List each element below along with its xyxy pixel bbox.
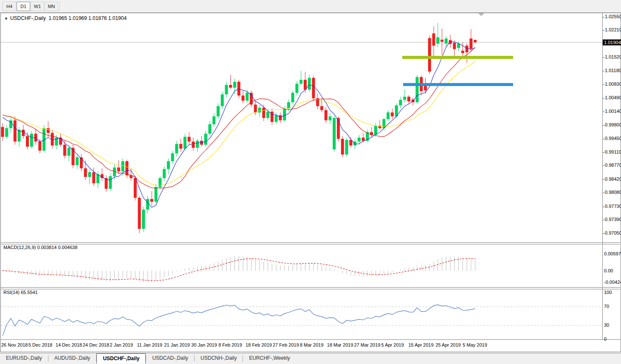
date-axis-label: 27 Feb 2019: [273, 342, 299, 347]
date-axis-label: 8 Feb 2019: [218, 342, 242, 347]
price-tick-mark: [603, 125, 604, 126]
chart-title: ▼USDCHF-,Daily 1.01965 1.01969 1.01876 1…: [4, 15, 127, 21]
price-tick-mark: [603, 71, 604, 71]
date-axis-label: 24 Dec 2018: [83, 342, 109, 347]
chart-tab-bar: EURUSD-,DailyAUDUSD-,DailyUSDCHF-,DailyU…: [0, 353, 621, 364]
tab-eurchf-weekly[interactable]: EURCHF-,Weekly: [243, 354, 296, 363]
price-tick-label: 0.98080: [605, 190, 621, 195]
tab-usdcnh-daily[interactable]: USDCNH-,Daily: [195, 354, 243, 363]
date-axis-label: 26 Nov 2018: [1, 342, 28, 347]
price-tick-mark: [603, 98, 604, 98]
date-axis-label: 21 Jan 2019: [164, 342, 190, 347]
date-axis-label: 14 Dec 2018: [56, 342, 82, 347]
date-axis-label: 25 Apr 2019: [435, 342, 460, 347]
macd-axis-label: 0.00: [604, 268, 613, 273]
rsi-axis-label: 0: [604, 336, 607, 342]
chevron-down-icon: ▼: [4, 17, 8, 21]
price-tick-label: 1.01520: [605, 54, 621, 59]
date-axis-label: 8 Mar 2019: [300, 342, 324, 347]
price-tick-label: 0.98420: [605, 176, 621, 182]
tab-usdcad-daily[interactable]: USDCAD-,Daily: [146, 354, 194, 363]
price-tick-label: 0.97390: [605, 217, 621, 222]
chart-symbol-label: USDCHF-,Daily: [10, 15, 46, 21]
price-tick-mark: [603, 112, 604, 112]
date-axis-label: 30 Jan 2019: [191, 342, 217, 347]
price-tick-label: 1.02210: [605, 27, 621, 32]
price-tick-label: 0.99800: [605, 122, 621, 127]
price-tick-mark: [603, 233, 604, 234]
price-tick-label: 0.97730: [605, 204, 621, 209]
price-tick-label: 1.00830: [605, 81, 621, 87]
price-tick-label: 1.00490: [605, 95, 621, 100]
rsi-axis-label: 30: [604, 322, 609, 328]
price-chart-canvas[interactable]: [0, 0, 621, 364]
rsi-name: RSI(14): [3, 290, 20, 295]
date-axis-label: 15 Apr 2019: [409, 342, 434, 347]
macd-axis-label: 0.00597: [604, 251, 621, 256]
price-axis-separator: [602, 13, 603, 340]
price-tick-mark: [603, 220, 604, 220]
macd-indicator-label: MACD(12,26,9) 0.003814 0.004638: [3, 245, 77, 250]
chart-shift-marker-icon: [478, 13, 484, 16]
date-axis-label: 5 Apr 2019: [381, 342, 404, 347]
panel-separator-rsi-dates: [1, 339, 620, 340]
price-tick-label: 1.02550: [605, 14, 621, 19]
chart-ohlc-values: 1.01965 1.01969 1.01876 1.01904: [49, 15, 127, 21]
tab-usdchf-daily[interactable]: USDCHF-,Daily: [96, 353, 146, 364]
price-tick-label: 0.99110: [605, 149, 621, 154]
rsi-axis-label: 100: [604, 290, 612, 295]
date-axis-label: 2 Jan 2019: [110, 342, 133, 347]
panel-separator-main-macd[interactable]: [1, 242, 620, 244]
price-tick-mark: [603, 84, 604, 85]
price-tick-label: 0.98770: [605, 162, 621, 168]
price-tick-mark: [603, 152, 604, 153]
price-tick-mark: [603, 207, 604, 207]
tab-audusd-daily[interactable]: AUDUSD-,Daily: [48, 354, 96, 363]
price-tick-label: 1.00140: [605, 109, 621, 114]
application-window: H4 D1 W1 MN ▼USDCHF-,Daily 1.01965 1.019…: [0, 0, 621, 364]
price-tick-label: 1.01180: [605, 68, 621, 73]
macd-name: MACD(12,26,9): [3, 245, 36, 250]
date-axis-label: 18 Mar 2019: [327, 342, 353, 347]
date-axis-label: 27 Mar 2019: [354, 342, 381, 347]
price-tick-label: 0.99450: [605, 136, 621, 141]
rsi-current-value: 65.5541: [21, 290, 38, 295]
price-tick-mark: [603, 57, 604, 58]
price-tick-mark: [603, 17, 604, 17]
price-tick-mark: [603, 30, 604, 31]
date-axis-label: 5 Dec 2018: [28, 342, 52, 347]
price-tick-mark: [603, 139, 604, 139]
date-axis-label: 5 May 2019: [463, 342, 487, 347]
rsi-axis-label: 70: [604, 304, 609, 309]
macd-current-values: 0.003814 0.004638: [37, 245, 77, 250]
date-axis-label: 18 Feb 2019: [246, 342, 272, 347]
price-tick-mark: [603, 179, 604, 180]
rsi-indicator-label: RSI(14) 65.5541: [3, 290, 38, 295]
price-tick-mark: [603, 193, 604, 193]
panel-separator-macd-rsi[interactable]: [1, 287, 620, 289]
price-tick-mark: [603, 165, 604, 166]
tab-eurusd-daily[interactable]: EURUSD-,Daily: [0, 354, 48, 363]
current-price-badge: 1.01904: [603, 39, 621, 45]
date-axis-label: 11 Jan 2019: [137, 342, 163, 347]
macd-axis-label: -0.004243: [604, 280, 621, 285]
price-tick-label: 0.97050: [605, 230, 621, 235]
